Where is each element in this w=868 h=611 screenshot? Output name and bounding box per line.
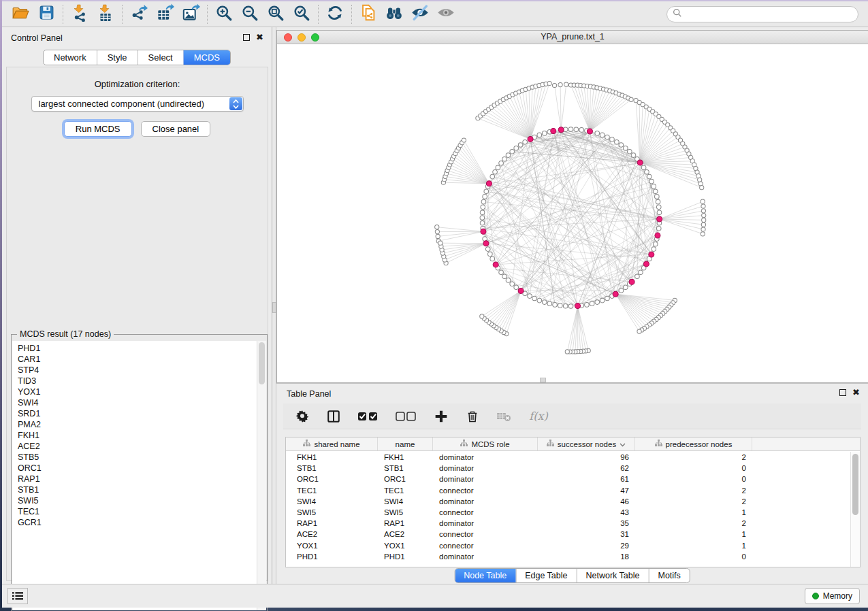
hide-selected-button[interactable] xyxy=(407,3,433,25)
mcds-result-item[interactable]: RAP1 xyxy=(18,474,266,484)
table-row[interactable]: PHD1PHD1dominator180 xyxy=(286,551,860,562)
table-cell[interactable]: 1 xyxy=(635,508,752,516)
mcds-result-item[interactable]: ACE2 xyxy=(18,441,266,452)
table-cell[interactable]: 0 xyxy=(635,552,752,561)
refresh-view-button[interactable] xyxy=(322,3,348,25)
mcds-result-item[interactable]: STB1 xyxy=(18,484,266,495)
table-settings-button[interactable] xyxy=(294,408,310,425)
table-cell[interactable]: SWI4 xyxy=(286,497,378,506)
export-table-button[interactable] xyxy=(152,3,178,25)
mcds-result-item[interactable]: FKH1 xyxy=(18,430,266,441)
table-cell[interactable]: ACE2 xyxy=(378,530,433,538)
mcds-result-item[interactable]: PHD1 xyxy=(18,343,266,354)
table-cell[interactable]: ACE2 xyxy=(286,530,378,538)
table-cell[interactable]: 2 xyxy=(635,486,752,495)
search-input[interactable] xyxy=(686,7,858,21)
table-cell[interactable]: FKH1 xyxy=(378,453,433,461)
table-cell[interactable]: SWI5 xyxy=(286,508,378,516)
column-header-MCDS-role[interactable]: MCDS role xyxy=(433,437,538,450)
table-cell[interactable]: TEC1 xyxy=(378,486,433,495)
table-cell[interactable]: 2 xyxy=(635,453,752,461)
network-canvas[interactable] xyxy=(277,44,868,382)
tab-network[interactable]: Network xyxy=(44,50,97,65)
mcds-result-item[interactable]: STP4 xyxy=(18,365,266,376)
table-cell[interactable]: 0 xyxy=(635,475,752,483)
table-cell[interactable]: 2 xyxy=(635,497,752,506)
zoom-selected-button[interactable] xyxy=(289,3,315,25)
table-cell[interactable]: PHD1 xyxy=(378,552,433,561)
table-cell[interactable]: 43 xyxy=(538,508,635,516)
float-panel-icon[interactable] xyxy=(243,34,250,41)
tab-node-table[interactable]: Node Table xyxy=(455,569,515,582)
network-window-titlebar[interactable]: YPA_prune.txt_1 xyxy=(277,31,868,44)
run-mcds-button[interactable]: Run MCDS xyxy=(64,121,132,137)
table-cell[interactable]: RAP1 xyxy=(378,519,433,527)
column-header-shared-name[interactable]: shared name xyxy=(286,437,378,450)
table-cell[interactable]: 0 xyxy=(635,464,752,472)
zoom-in-button[interactable] xyxy=(211,3,237,25)
table-row[interactable]: TEC1TEC1connector472 xyxy=(286,485,860,496)
memory-button[interactable]: Memory xyxy=(805,588,860,604)
function-builder-button[interactable]: f(x) xyxy=(527,408,550,425)
close-window-icon[interactable] xyxy=(284,33,292,42)
maximize-window-icon[interactable] xyxy=(311,33,319,42)
mcds-result-item[interactable]: STB5 xyxy=(18,452,266,463)
mcds-result-item[interactable]: TID3 xyxy=(18,376,266,386)
table-cell[interactable]: 1 xyxy=(635,542,752,550)
table-cell[interactable]: dominator xyxy=(433,497,538,506)
mcds-result-item[interactable]: SWI5 xyxy=(18,495,266,506)
mcds-list-scrollbar[interactable] xyxy=(257,341,266,610)
table-cell[interactable]: PHD1 xyxy=(286,552,378,561)
table-row[interactable]: YOX1YOX1connector291 xyxy=(286,540,860,551)
tab-mcds[interactable]: MCDS xyxy=(183,50,230,65)
horizontal-splitter-handle[interactable] xyxy=(540,378,546,382)
table-row[interactable]: SWI5SWI5connector431 xyxy=(286,507,860,518)
table-row[interactable]: RAP1RAP1dominator352 xyxy=(286,518,860,529)
table-cell[interactable]: 1 xyxy=(635,530,752,538)
table-cell[interactable]: 2 xyxy=(635,519,752,527)
table-cell[interactable]: 18 xyxy=(538,552,635,561)
column-header-name[interactable]: name xyxy=(378,437,433,450)
table-cell[interactable]: STB1 xyxy=(286,464,378,472)
close-panel-icon[interactable]: ✖ xyxy=(852,389,860,396)
table-cell[interactable]: YOX1 xyxy=(378,542,433,550)
show-all-button[interactable] xyxy=(433,3,459,25)
optimization-criterion-select[interactable]: largest connected component (undirected) xyxy=(31,96,244,112)
table-cell[interactable]: connector xyxy=(433,508,538,516)
tab-style[interactable]: Style xyxy=(97,50,138,65)
delete-column-button[interactable] xyxy=(464,408,481,425)
export-network-button[interactable] xyxy=(126,3,152,25)
delete-table-button[interactable] xyxy=(496,408,512,425)
table-cell[interactable]: FKH1 xyxy=(286,453,378,461)
table-cell[interactable]: RAP1 xyxy=(286,519,378,527)
show-columns-button[interactable] xyxy=(325,408,342,425)
mcds-result-item[interactable]: CAR1 xyxy=(18,354,266,365)
table-scrollbar[interactable] xyxy=(850,452,860,567)
table-cell[interactable]: dominator xyxy=(433,519,538,527)
mcds-result-item[interactable]: SWI4 xyxy=(18,397,266,408)
table-cell[interactable]: 62 xyxy=(538,464,635,472)
table-cell[interactable]: TEC1 xyxy=(286,486,378,495)
table-cell[interactable]: YOX1 xyxy=(286,542,378,550)
import-table-button[interactable] xyxy=(93,3,118,25)
table-cell[interactable]: SWI5 xyxy=(378,508,433,516)
table-cell[interactable]: STB1 xyxy=(378,464,433,472)
table-row[interactable]: FKH1FKH1dominator962 xyxy=(286,452,860,463)
table-cell[interactable]: 61 xyxy=(538,475,635,483)
table-cell[interactable]: 46 xyxy=(538,497,635,506)
column-header-successor-nodes[interactable]: successor nodes xyxy=(538,437,635,450)
scrollbar-thumb[interactable] xyxy=(852,454,858,515)
mcds-result-list[interactable]: PHD1CAR1STP4TID3YOX1SWI4SRD1PMA2FKH1ACE2… xyxy=(12,341,266,610)
table-cell[interactable]: SWI4 xyxy=(378,497,433,506)
tab-network-table[interactable]: Network Table xyxy=(577,569,649,582)
scrollbar-thumb[interactable] xyxy=(259,342,265,384)
close-panel-button[interactable]: Close panel xyxy=(141,121,211,137)
import-network-button[interactable] xyxy=(67,3,93,25)
mcds-result-item[interactable]: YOX1 xyxy=(18,386,266,397)
network-graph[interactable] xyxy=(277,44,868,382)
clone-network-button[interactable] xyxy=(355,3,381,25)
tab-motifs[interactable]: Motifs xyxy=(648,569,689,582)
mcds-result-item[interactable]: GCR1 xyxy=(18,517,266,528)
add-column-button[interactable] xyxy=(433,408,449,425)
open-file-button[interactable] xyxy=(7,3,33,25)
